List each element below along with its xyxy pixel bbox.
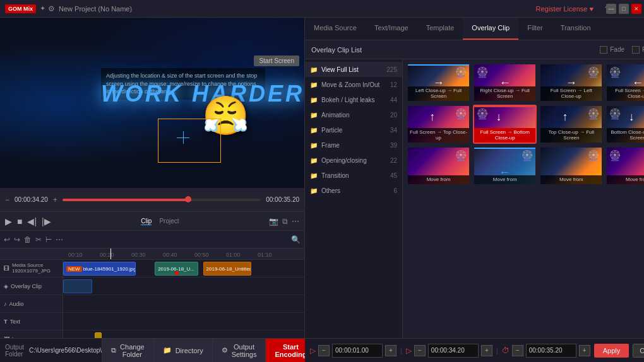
prev-frame-btn[interactable]: ◀|	[27, 216, 37, 226]
animation-count: 20	[390, 112, 397, 119]
media-source-content[interactable]: NEW blue-1845901_1920.jpg 2019-06-18_U..…	[63, 260, 304, 277]
minimize-btn[interactable]: —	[606, 4, 616, 14]
split-btn[interactable]: ⊢	[45, 235, 52, 244]
clip-thumb-7[interactable]: ↓ 🎡 Bottom Close-up → Full Screen	[605, 105, 644, 144]
opening-count: 22	[390, 157, 397, 164]
top-bar-5	[474, 106, 535, 107]
camera-icon[interactable]: 📷	[269, 217, 278, 226]
timing-end-minus[interactable]: −	[414, 345, 426, 356]
overlay-clip-item[interactable]	[63, 279, 92, 293]
clip-2019-mp4[interactable]: 2019-06-18_Untitled.mp4	[203, 262, 251, 276]
tab-filter[interactable]: Filter	[518, 17, 551, 40]
timing-end-plus[interactable]: +	[481, 345, 492, 356]
folder-icon-move-zoom: 📁	[310, 81, 318, 88]
output-settings-btn[interactable]: ⚙ Output Settings	[212, 339, 266, 363]
register-link[interactable]: Register License ♥	[535, 5, 593, 13]
fade-out-checkbox[interactable]: Fade out	[632, 46, 644, 54]
time-plus-btn[interactable]: +	[53, 196, 57, 204]
copy-icon[interactable]: ⧉	[282, 217, 288, 226]
timing-start-input[interactable]	[332, 344, 383, 358]
tab-template[interactable]: Template	[417, 17, 463, 40]
clip-tab[interactable]: Clip	[141, 218, 152, 225]
clip-thumb-9[interactable]: ← 🎡 Move from	[473, 146, 537, 185]
timing-start-icon: ▷	[310, 346, 316, 355]
undo-btn[interactable]: ↩	[4, 235, 10, 244]
cut-btn[interactable]: ✂	[35, 235, 42, 244]
list-frame[interactable]: 📁 Frame 39	[305, 137, 402, 153]
ferris-6: 🎡	[587, 108, 600, 120]
progress-bar[interactable]	[63, 199, 261, 201]
text-track-row: T Text	[0, 313, 304, 330]
delete-btn[interactable]: 🗑	[24, 235, 32, 244]
list-particle[interactable]: 📁 Particle 34	[305, 122, 402, 137]
change-folder-btn[interactable]: ⧉ Change Folder	[102, 339, 153, 363]
overlay-clip-label: ◈ Overlay Clip	[0, 277, 63, 295]
clip-thumb-6[interactable]: ↑ 🎡 Top Close-up → Full Screen	[539, 105, 603, 144]
tab-transition[interactable]: Transition	[552, 17, 600, 40]
list-animation[interactable]: 📁 Animation 20	[305, 107, 402, 122]
timing-start-minus[interactable]: −	[318, 345, 330, 356]
clip-thumb-4[interactable]: ↑ 🎡 Full Screen → Top Close-up	[407, 105, 470, 144]
project-title: New Project (No Name)	[59, 5, 132, 13]
start-screen-button[interactable]: Start Screen	[254, 55, 299, 66]
next-frame-btn[interactable]: |▶	[42, 216, 51, 226]
directory-btn[interactable]: 📁 Directory	[153, 339, 212, 363]
apply-btn[interactable]: Apply	[594, 344, 629, 358]
list-transition[interactable]: 📁 Transition 45	[305, 168, 402, 183]
audio-content[interactable]	[63, 295, 304, 312]
more-tl-btn[interactable]: ⋯	[56, 235, 63, 244]
list-opening[interactable]: 📁 Opening/closing 22	[305, 153, 402, 168]
tab-text-image[interactable]: Text/Image	[366, 17, 417, 40]
timing-end-group: ▷ − +	[406, 344, 492, 358]
timing-duration-input[interactable]	[526, 344, 576, 358]
play-btn[interactable]: ▶	[5, 216, 12, 226]
list-view-full[interactable]: 📁 View Full List 225	[305, 62, 402, 77]
tab-overlay-clip[interactable]: Overlay Clip	[463, 17, 518, 40]
stop-btn[interactable]: ■	[17, 216, 22, 226]
timing-start-plus[interactable]: +	[385, 345, 397, 356]
top-bar-9	[474, 148, 535, 149]
close-btn[interactable]: ✕	[631, 4, 641, 14]
clip-thumb-3[interactable]: ← 🎡 Full Screen → Right Close-up	[605, 63, 644, 102]
output-settings-label: Output Settings	[232, 343, 257, 358]
overlay-clip-text: Overlay Clip	[11, 283, 42, 289]
timing-end-input[interactable]	[428, 344, 479, 358]
image-clip-item[interactable]	[95, 332, 102, 338]
more-icon[interactable]: ⋯	[292, 217, 299, 226]
clip-thumb-0[interactable]: → 🎡 Left Close-up → Full Screen	[407, 63, 470, 102]
timing-dur-plus[interactable]: +	[579, 345, 590, 356]
maximize-btn[interactable]: □	[619, 4, 629, 14]
list-bokeh[interactable]: 📁 Bokeh / Light leaks 44	[305, 92, 402, 107]
zoom-out-btn[interactable]: 🔍	[291, 235, 301, 244]
timing-dur-minus[interactable]: −	[512, 345, 523, 356]
clip-label-7: Bottom Close-up → Full Screen	[607, 128, 644, 143]
clip-thumb-10[interactable]: 🎡 Move from	[539, 146, 603, 185]
settings-icon[interactable]: ⚙	[48, 4, 55, 13]
redo-btn[interactable]: ↪	[14, 235, 20, 244]
tab-media-source[interactable]: Media Source	[305, 17, 366, 40]
clip-thumb-2[interactable]: → 🎡 Full Screen → Left Close-up	[539, 63, 603, 102]
progress-fill	[63, 199, 191, 201]
clip-blue1845901[interactable]: NEW blue-1845901_1920.jpg	[63, 262, 136, 276]
cancel-btn[interactable]: Cancel	[633, 344, 644, 358]
folder-icon-full: 📁	[310, 66, 318, 73]
text-content[interactable]	[63, 313, 304, 330]
clip-thumb-1[interactable]: ← 🎡 Right Close-up → Full Screen	[473, 63, 537, 102]
fade-checkbox[interactable]: Fade	[600, 46, 624, 54]
selection-box[interactable]: Stop Screen	[158, 119, 221, 163]
list-move-zoom[interactable]: 📁 Move & Zoom In/Out 12	[305, 77, 402, 92]
text-icon: T	[4, 318, 8, 325]
folder-icon-particle: 📁	[310, 127, 318, 134]
clip-2019-u[interactable]: 2019-06-18_U...	[155, 262, 198, 276]
clip-thumb-11[interactable]: 🎡 Move from	[605, 146, 644, 185]
playhead[interactable]	[110, 248, 111, 259]
clip-thumb-8[interactable]: 🎡 Move from	[407, 146, 470, 185]
clip-thumb-5[interactable]: ↓ 🎡 Full Screen → Bottom Close-up	[473, 105, 537, 144]
list-others[interactable]: 📁 Others 6	[305, 183, 402, 198]
overlay-clip-content[interactable]	[63, 277, 304, 295]
project-tab[interactable]: Project	[159, 218, 179, 225]
time-minus-btn[interactable]: −	[5, 196, 9, 204]
view-full-count: 225	[386, 66, 397, 73]
timing-sep2: |	[496, 347, 498, 354]
image-content[interactable]	[63, 330, 304, 338]
